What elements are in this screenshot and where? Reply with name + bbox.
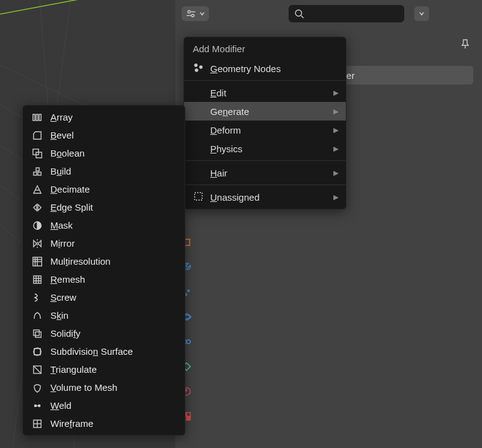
modifier-label: Wireframe — [50, 418, 93, 429]
modifier-wireframe[interactable]: Wireframe — [23, 414, 185, 432]
screw-icon — [32, 292, 43, 303]
svg-rect-32 — [36, 114, 38, 121]
menu-item-geometry-nodes[interactable]: Geometry Nodes — [184, 59, 346, 78]
menu-item-generate[interactable]: Generate▶ — [184, 102, 346, 121]
modifier-label: Array — [50, 112, 73, 122]
modifier-skin[interactable]: Skin — [23, 306, 185, 324]
menu-item-label: Deform — [210, 125, 327, 135]
modifier-label: Mask — [50, 220, 73, 231]
svg-rect-37 — [38, 172, 41, 175]
modifier-label: Build — [50, 166, 71, 176]
svg-point-7 — [188, 11, 190, 13]
modifier-bevel[interactable]: Bevel — [23, 126, 185, 144]
triangulate-icon — [32, 364, 43, 375]
menu-item-hair[interactable]: Hair▶ — [184, 163, 346, 182]
chevron-down-icon — [199, 11, 205, 17]
chevron-down-icon — [419, 11, 425, 17]
svg-line-12 — [301, 16, 304, 18]
weld-icon — [32, 400, 43, 411]
modifier-weld[interactable]: Weld — [23, 396, 185, 414]
panel-header — [175, 0, 482, 27]
modifier-label: Volume to Mesh — [50, 382, 118, 393]
mirror-icon — [32, 238, 43, 249]
modifier-multiresolution[interactable]: Multiresolution — [23, 252, 185, 270]
modifier-label: Weld — [50, 400, 72, 411]
modifier-label: Remesh — [50, 274, 85, 285]
modifier-label: Decimate — [50, 184, 90, 194]
mask-icon — [32, 220, 43, 231]
menu-item-label: Physics — [210, 144, 327, 154]
array-icon — [32, 112, 43, 123]
subsurf-icon — [32, 346, 43, 357]
decimate-icon — [32, 184, 43, 195]
svg-line-57 — [34, 366, 41, 373]
submenu-arrow-icon: ▶ — [333, 193, 338, 201]
edgesplit-icon — [32, 202, 43, 213]
svg-rect-33 — [39, 114, 41, 121]
modifier-label: Edge Split — [50, 202, 93, 213]
search-input[interactable] — [289, 5, 404, 22]
menu-item-label: Hair — [210, 168, 327, 178]
modifier-label: Multiresolution — [50, 256, 111, 267]
modifier-label: Mirror — [50, 238, 75, 249]
add-modifier-menu: Add Modifier Geometry NodesEdit▶Generate… — [183, 37, 346, 209]
modifier-build[interactable]: Build — [23, 162, 185, 180]
menu-item-edit[interactable]: Edit▶ — [184, 83, 346, 102]
modifier-array[interactable]: Array — [23, 108, 185, 126]
modifier-mirror[interactable]: Mirror — [23, 234, 185, 252]
multires-icon — [32, 256, 43, 267]
filter-dropdown[interactable] — [182, 6, 209, 21]
modifier-subdivision-surface[interactable]: Subdivision Surface — [23, 342, 185, 360]
remesh-icon — [32, 274, 43, 285]
svg-point-54 — [34, 348, 41, 355]
menu-item-label: Edit — [210, 88, 327, 98]
svg-point-20 — [187, 340, 190, 344]
modifier-volume-to-mesh[interactable]: Volume to Mesh — [23, 378, 185, 396]
modifier-label: Solidify — [50, 328, 80, 339]
submenu-arrow-icon: ▶ — [333, 107, 338, 116]
pin-icon[interactable] — [460, 39, 471, 52]
svg-rect-38 — [36, 168, 39, 171]
search-icon — [294, 8, 305, 19]
generate-submenu: ArrayBevelBooleanBuildDecimateEdge Split… — [22, 105, 185, 436]
menu-item-unassigned[interactable]: Unassigned▶ — [184, 188, 346, 206]
modifier-solidify[interactable]: Solidify — [23, 324, 185, 342]
build-icon — [32, 166, 43, 177]
menu-item-label: Unassigned — [210, 192, 327, 203]
modifier-label: Skin — [50, 310, 68, 321]
unassigned-icon — [193, 191, 204, 204]
submenu-arrow-icon: ▶ — [333, 126, 338, 134]
menu-item-deform[interactable]: Deform▶ — [184, 121, 346, 139]
modifier-mask[interactable]: Mask — [23, 216, 185, 234]
svg-rect-25 — [187, 413, 190, 416]
menu-item-label: Geometry Nodes — [210, 63, 338, 74]
svg-rect-52 — [34, 330, 39, 336]
svg-point-28 — [200, 66, 202, 68]
volume-icon — [32, 382, 43, 393]
svg-rect-53 — [35, 332, 41, 337]
boolean-icon — [32, 148, 43, 159]
menu-title: Add Modifier — [184, 37, 346, 59]
submenu-arrow-icon: ▶ — [333, 169, 338, 177]
svg-rect-55 — [34, 349, 40, 355]
modifier-edge-split[interactable]: Edge Split — [23, 198, 185, 216]
svg-point-11 — [295, 10, 302, 16]
svg-point-9 — [192, 14, 194, 17]
axis-line — [0, 0, 175, 37]
options-dropdown[interactable] — [414, 6, 429, 21]
modifier-boolean[interactable]: Boolean — [23, 144, 185, 162]
solidify-icon — [32, 328, 43, 339]
svg-rect-24 — [187, 416, 190, 420]
modifier-remesh[interactable]: Remesh — [23, 270, 185, 288]
skin-icon — [32, 310, 43, 321]
svg-point-27 — [195, 64, 197, 66]
svg-rect-36 — [34, 172, 37, 175]
svg-rect-31 — [33, 114, 35, 121]
menu-item-physics[interactable]: Physics▶ — [184, 139, 346, 158]
bevel-icon — [32, 130, 43, 141]
svg-point-29 — [195, 69, 198, 71]
modifier-decimate[interactable]: Decimate — [23, 180, 185, 198]
modifier-triangulate[interactable]: Triangulate — [23, 360, 185, 378]
modifier-screw[interactable]: Screw — [23, 288, 185, 306]
menu-item-label: Generate — [210, 106, 327, 117]
